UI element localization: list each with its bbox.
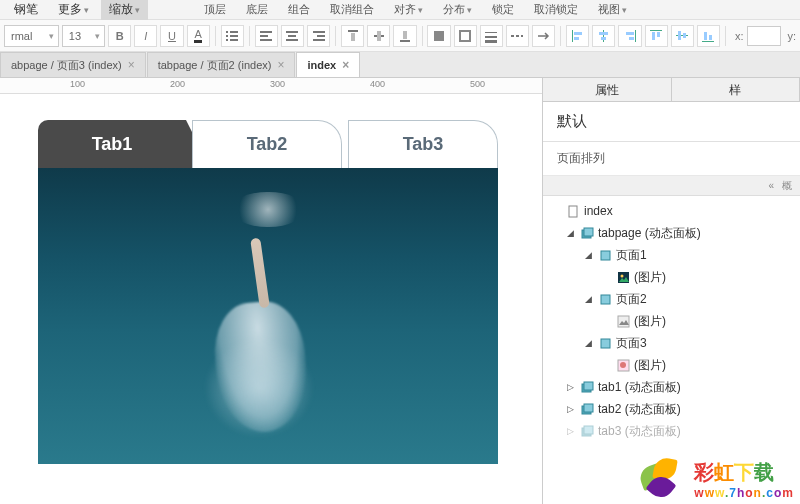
arrow-style-button[interactable] <box>532 25 555 47</box>
menu-pen[interactable]: 钢笔 <box>6 0 46 20</box>
italic-button[interactable]: I <box>134 25 157 47</box>
outline-tab1[interactable]: ▷ tab1 (动态面板) <box>543 376 800 398</box>
menu-distribute[interactable]: 分布▾ <box>435 0 480 19</box>
menu-top[interactable]: 顶层 <box>196 0 234 19</box>
menu-view[interactable]: 视图▾ <box>590 0 635 19</box>
outline-page3-img[interactable]: (图片) <box>543 354 800 376</box>
align-right-button[interactable] <box>307 25 330 47</box>
outline-page1-img[interactable]: (图片) <box>543 266 800 288</box>
panel-tab-style[interactable]: 样 <box>672 78 801 101</box>
svg-rect-36 <box>626 32 634 35</box>
line-width-button[interactable] <box>480 25 503 47</box>
menu-ungroup[interactable]: 取消组合 <box>322 0 382 19</box>
font-size-select[interactable]: 13 <box>62 25 105 47</box>
x-input[interactable] <box>747 26 781 46</box>
obj-align-center-button[interactable] <box>592 25 615 47</box>
expand-icon[interactable]: ▷ <box>565 426 576 437</box>
font-style-select[interactable]: rmal <box>4 25 59 47</box>
svg-rect-11 <box>286 39 298 41</box>
outline-tab2[interactable]: ▷ tab2 (动态面板) <box>543 398 800 420</box>
collapse-icon[interactable]: ◢ <box>565 228 576 239</box>
close-icon[interactable]: × <box>342 58 349 72</box>
menu-zoom[interactable]: 缩放▾ <box>101 0 148 20</box>
right-panel: 属性 样 默认 页面排列 « 概 index ◢ tabpage (动态面板) … <box>542 78 800 504</box>
tab-3[interactable]: Tab3 <box>348 120 498 168</box>
svg-rect-31 <box>574 37 579 40</box>
svg-rect-50 <box>601 251 610 260</box>
svg-rect-25 <box>485 40 497 43</box>
fill-color-button[interactable] <box>427 25 450 47</box>
outline-page2[interactable]: ◢ 页面2 <box>543 288 800 310</box>
state-icon <box>598 292 612 306</box>
svg-rect-10 <box>288 35 296 37</box>
svg-rect-47 <box>569 206 577 217</box>
outline-expand-icon[interactable]: « <box>768 180 774 191</box>
close-icon[interactable]: × <box>128 58 135 72</box>
tab-2[interactable]: Tab2 <box>192 120 342 168</box>
svg-rect-18 <box>377 31 381 41</box>
outline-page2-img[interactable]: (图片) <box>543 310 800 332</box>
panel-page-arrange[interactable]: 页面排列 <box>543 142 800 176</box>
watermark-url: www.7hon.com <box>694 486 794 500</box>
format-toolbar: rmal 13 B I U A x: y: <box>0 20 800 52</box>
panel-tab-properties[interactable]: 属性 <box>543 78 672 101</box>
svg-rect-61 <box>584 404 593 412</box>
image-icon <box>616 358 630 372</box>
svg-rect-39 <box>652 32 655 40</box>
obj-align-top-button[interactable] <box>645 25 668 47</box>
bullet-list-button[interactable] <box>221 25 244 47</box>
font-color-button[interactable]: A <box>187 25 210 47</box>
outline-tabpage[interactable]: ◢ tabpage (动态面板) <box>543 222 800 244</box>
svg-rect-43 <box>683 33 686 38</box>
tab-component[interactable]: Tab1 Tab2 Tab3 <box>38 120 498 464</box>
obj-align-vmiddle-button[interactable] <box>671 25 694 47</box>
collapse-icon[interactable]: ◢ <box>583 338 594 349</box>
svg-rect-19 <box>400 40 410 42</box>
align-center-button[interactable] <box>281 25 304 47</box>
watermark: 彩虹下载 www.7hon.com <box>640 458 794 500</box>
svg-rect-63 <box>584 426 593 434</box>
underline-button[interactable]: U <box>160 25 183 47</box>
bold-button[interactable]: B <box>108 25 131 47</box>
line-color-button[interactable] <box>454 25 477 47</box>
menu-bottom[interactable]: 底层 <box>238 0 276 19</box>
panel-section-default: 默认 <box>543 102 800 142</box>
collapse-icon[interactable]: ◢ <box>583 294 594 305</box>
svg-rect-54 <box>618 316 629 327</box>
collapse-icon[interactable]: ◢ <box>583 250 594 261</box>
valign-bottom-button[interactable] <box>393 25 416 47</box>
outline-root[interactable]: index <box>543 200 800 222</box>
file-tab-0[interactable]: abpage / 页面3 (index)× <box>0 52 146 77</box>
watermark-logo-icon <box>640 458 688 500</box>
file-tab-2[interactable]: index× <box>296 52 360 77</box>
outline-tab3[interactable]: ▷ tab3 (动态面板) <box>543 420 800 442</box>
svg-rect-5 <box>230 39 238 41</box>
valign-middle-button[interactable] <box>367 25 390 47</box>
outline-page3[interactable]: ◢ 页面3 <box>543 332 800 354</box>
menu-unlock[interactable]: 取消锁定 <box>526 0 586 19</box>
canvas[interactable]: Tab1 Tab2 Tab3 <box>0 94 542 504</box>
line-style-button[interactable] <box>506 25 529 47</box>
valign-top-button[interactable] <box>341 25 364 47</box>
svg-rect-49 <box>584 228 593 236</box>
svg-rect-14 <box>313 39 325 41</box>
svg-rect-34 <box>601 37 606 40</box>
file-tab-1[interactable]: tabpage / 页面2 (index)× <box>147 52 296 77</box>
menu-more[interactable]: 更多▾ <box>50 0 97 20</box>
align-left-button[interactable] <box>255 25 278 47</box>
close-icon[interactable]: × <box>277 58 284 72</box>
menu-group[interactable]: 组合 <box>280 0 318 19</box>
menu-lock[interactable]: 锁定 <box>484 0 522 19</box>
menu-align[interactable]: 对齐▾ <box>386 0 431 19</box>
svg-rect-37 <box>629 37 634 40</box>
obj-align-right-button[interactable] <box>618 25 641 47</box>
tab-1[interactable]: Tab1 <box>38 120 186 168</box>
tab-content-image[interactable] <box>38 168 498 464</box>
outline-page1[interactable]: ◢ 页面1 <box>543 244 800 266</box>
expand-icon[interactable]: ▷ <box>565 382 576 393</box>
menu-bar: 钢笔 更多▾ 缩放▾ 顶层 底层 组合 取消组合 对齐▾ 分布▾ 锁定 取消锁定… <box>0 0 800 20</box>
svg-rect-42 <box>678 31 681 40</box>
obj-align-left-button[interactable] <box>566 25 589 47</box>
obj-align-bottom-button[interactable] <box>697 25 720 47</box>
expand-icon[interactable]: ▷ <box>565 404 576 415</box>
